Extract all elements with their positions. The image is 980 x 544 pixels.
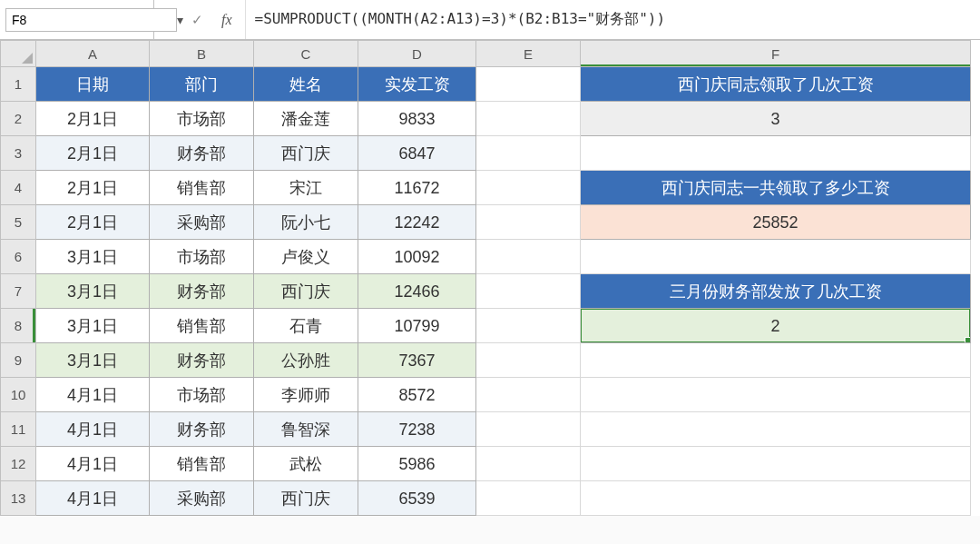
cell-f4[interactable]: 西门庆同志一共领取了多少工资: [581, 171, 971, 205]
row-head-7[interactable]: 7: [0, 274, 36, 309]
cell-a12[interactable]: 4月1日: [36, 447, 150, 481]
cell-f1[interactable]: 西门庆同志领取了几次工资: [581, 67, 971, 102]
fx-button[interactable]: fx: [216, 12, 238, 28]
col-head-f[interactable]: F: [581, 40, 971, 67]
cell-a7[interactable]: 3月1日: [36, 274, 150, 309]
cell-f2[interactable]: 3: [581, 102, 971, 136]
cell-a11[interactable]: 4月1日: [36, 412, 150, 447]
cell-b5[interactable]: 采购部: [150, 205, 254, 240]
cell-d9[interactable]: 7367: [358, 343, 476, 378]
cell-c8[interactable]: 石青: [254, 309, 358, 343]
cell-b3[interactable]: 财务部: [150, 136, 254, 171]
cell-a1[interactable]: 日期: [36, 67, 150, 102]
cell-e13[interactable]: [476, 481, 581, 516]
cell-e2[interactable]: [476, 102, 581, 136]
cell-a5[interactable]: 2月1日: [36, 205, 150, 240]
cell-b8[interactable]: 销售部: [150, 309, 254, 343]
cell-c6[interactable]: 卢俊义: [254, 240, 358, 274]
cell-d2[interactable]: 9833: [358, 102, 476, 136]
row-head-13[interactable]: 13: [0, 481, 36, 516]
cell-a9[interactable]: 3月1日: [36, 343, 150, 378]
cell-d13[interactable]: 6539: [358, 481, 476, 516]
cell-d3[interactable]: 6847: [358, 136, 476, 171]
cell-d4[interactable]: 11672: [358, 171, 476, 205]
cell-e6[interactable]: [476, 240, 581, 274]
cell-a13[interactable]: 4月1日: [36, 481, 150, 516]
cell-d8[interactable]: 10799: [358, 309, 476, 343]
cell-c7[interactable]: 西门庆: [254, 274, 358, 309]
cell-e1[interactable]: [476, 67, 581, 102]
cell-b10[interactable]: 市场部: [150, 378, 254, 412]
cell-d12[interactable]: 5986: [358, 447, 476, 481]
cell-c13[interactable]: 西门庆: [254, 481, 358, 516]
name-box-dropdown-icon[interactable]: ▾: [177, 13, 183, 27]
row-head-9[interactable]: 9: [0, 343, 36, 378]
cell-e10[interactable]: [476, 378, 581, 412]
cell-f8[interactable]: 2: [581, 309, 971, 343]
row-head-12[interactable]: 12: [0, 447, 36, 481]
cell-b6[interactable]: 市场部: [150, 240, 254, 274]
cell-c4[interactable]: 宋江: [254, 171, 358, 205]
cell-f11[interactable]: [581, 412, 971, 447]
name-box[interactable]: [5, 8, 177, 32]
cell-e9[interactable]: [476, 343, 581, 378]
cell-f9[interactable]: [581, 343, 971, 378]
col-head-d[interactable]: D: [358, 40, 476, 67]
cell-b9[interactable]: 财务部: [150, 343, 254, 378]
cell-f12[interactable]: [581, 447, 971, 481]
cell-b1[interactable]: 部门: [150, 67, 254, 102]
cell-c10[interactable]: 李师师: [254, 378, 358, 412]
cell-f7[interactable]: 三月份财务部发放了几次工资: [581, 274, 971, 309]
row-head-4[interactable]: 4: [0, 171, 36, 205]
cell-f10[interactable]: [581, 378, 971, 412]
select-all-corner[interactable]: [0, 40, 36, 67]
col-head-e[interactable]: E: [476, 40, 581, 67]
cell-f6[interactable]: [581, 240, 971, 274]
cell-e5[interactable]: [476, 205, 581, 240]
cell-b7[interactable]: 财务部: [150, 274, 254, 309]
cell-a4[interactable]: 2月1日: [36, 171, 150, 205]
row-head-3[interactable]: 3: [0, 136, 36, 171]
row-head-5[interactable]: 5: [0, 205, 36, 240]
formula-input[interactable]: =SUMPRODUCT((MONTH(A2:A13)=3)*(B2:B13="财…: [246, 0, 980, 39]
cell-c12[interactable]: 武松: [254, 447, 358, 481]
cell-e4[interactable]: [476, 171, 581, 205]
cell-b2[interactable]: 市场部: [150, 102, 254, 136]
cell-e8[interactable]: [476, 309, 581, 343]
cell-e7[interactable]: [476, 274, 581, 309]
confirm-icon[interactable]: ✓: [189, 12, 205, 28]
cell-a3[interactable]: 2月1日: [36, 136, 150, 171]
cell-f5[interactable]: 25852: [581, 205, 971, 240]
col-head-c[interactable]: C: [254, 40, 358, 67]
cell-d10[interactable]: 8572: [358, 378, 476, 412]
cell-c1[interactable]: 姓名: [254, 67, 358, 102]
cell-c3[interactable]: 西门庆: [254, 136, 358, 171]
row-head-1[interactable]: 1: [0, 67, 36, 102]
cell-b12[interactable]: 销售部: [150, 447, 254, 481]
cell-b4[interactable]: 销售部: [150, 171, 254, 205]
cell-c11[interactable]: 鲁智深: [254, 412, 358, 447]
cell-d7[interactable]: 12466: [358, 274, 476, 309]
cell-d11[interactable]: 7238: [358, 412, 476, 447]
row-head-10[interactable]: 10: [0, 378, 36, 412]
row-head-6[interactable]: 6: [0, 240, 36, 274]
cell-a6[interactable]: 3月1日: [36, 240, 150, 274]
cell-a2[interactable]: 2月1日: [36, 102, 150, 136]
cell-c5[interactable]: 阮小七: [254, 205, 358, 240]
cell-f3[interactable]: [581, 136, 971, 171]
cell-d1[interactable]: 实发工资: [358, 67, 476, 102]
cell-a8[interactable]: 3月1日: [36, 309, 150, 343]
row-head-8[interactable]: 8: [0, 309, 36, 343]
cell-e11[interactable]: [476, 412, 581, 447]
cell-c2[interactable]: 潘金莲: [254, 102, 358, 136]
row-head-2[interactable]: 2: [0, 102, 36, 136]
col-head-a[interactable]: A: [36, 40, 150, 67]
cell-e3[interactable]: [476, 136, 581, 171]
cell-a10[interactable]: 4月1日: [36, 378, 150, 412]
cell-f13[interactable]: [581, 481, 971, 516]
cell-c9[interactable]: 公孙胜: [254, 343, 358, 378]
cell-b11[interactable]: 财务部: [150, 412, 254, 447]
cell-d6[interactable]: 10092: [358, 240, 476, 274]
col-head-b[interactable]: B: [150, 40, 254, 67]
row-head-11[interactable]: 11: [0, 412, 36, 447]
